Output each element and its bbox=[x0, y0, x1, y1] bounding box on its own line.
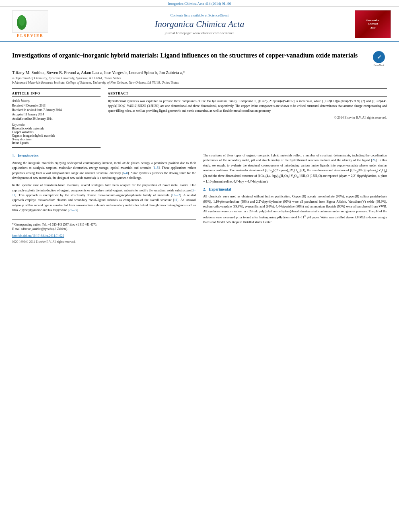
body-left-col: 1. Introduction Among the inorganic mate… bbox=[12, 153, 196, 244]
affiliation-2: b Advanced Materials Research Institute,… bbox=[12, 81, 387, 84]
keyword-2: Copper vanadates bbox=[12, 130, 101, 134]
crossmark-label: CrossMark bbox=[374, 64, 385, 66]
ref-9-11[interactable]: 9–11 bbox=[12, 189, 196, 197]
intro-right-paragraph-1: The structures of these types of organic… bbox=[203, 153, 387, 184]
date-revised: Received in revised form 7 January 2014 bbox=[12, 108, 101, 112]
keyword-5: Imine ligands bbox=[12, 141, 101, 145]
article-info-box: ARTICLE INFO Article history: Received 4… bbox=[12, 88, 101, 148]
intro-number: 1. bbox=[12, 154, 15, 158]
article-title-section: Investigations of organic–inorganic hybr… bbox=[12, 46, 387, 70]
crossmark-icon: ✓ bbox=[373, 51, 385, 63]
experimental-title: Experimental bbox=[209, 187, 231, 191]
elsevier-tree-logo bbox=[12, 10, 48, 33]
journal-citation-text: Inorganica Chimica Acta 414 (2014) 91–96 bbox=[168, 2, 231, 6]
keyword-4: X-ray structures bbox=[12, 138, 101, 141]
authors-section: Tiffany M. Smith a, Steven R. Freund a, … bbox=[12, 70, 387, 75]
doi-anchor[interactable]: http://dx.doi.org/10.1016/j.ica.2014.01.… bbox=[12, 234, 64, 238]
keywords-section: Keywords: Bimetallic oxide materials Cop… bbox=[12, 123, 101, 145]
ica-journal-thumbnail: InorganicaChimicaActa bbox=[355, 10, 391, 38]
ref-11b[interactable]: 11 bbox=[174, 198, 177, 202]
abstract-text: Hydrothermal synthesis was exploited to … bbox=[108, 99, 387, 113]
date-received: Received 4 December 2013 bbox=[12, 104, 101, 107]
ref-26[interactable]: 26 bbox=[372, 158, 376, 162]
abstract-box: ABSTRACT Hydrothermal synthesis was expl… bbox=[108, 88, 387, 119]
journal-title: Inorganica Chimica Acta bbox=[52, 19, 347, 29]
article-info-heading: ARTICLE INFO bbox=[12, 92, 101, 97]
paper-content: Investigations of organic–inorganic hybr… bbox=[0, 42, 399, 249]
abstract-heading: ABSTRACT bbox=[108, 92, 387, 97]
elsevier-logo-container: ELSEVIER bbox=[8, 10, 52, 38]
sciencedirect-availability: Contents lists available at ScienceDirec… bbox=[52, 13, 347, 17]
journal-citation-header: Inorganica Chimica Acta 414 (2014) 91–96 bbox=[0, 0, 399, 7]
experimental-section-title: 2. Experimental bbox=[203, 187, 387, 193]
abstract-copyright: © 2014 Elsevier B.V. All rights reserved… bbox=[108, 116, 387, 119]
body-right-col: The structures of these types of organic… bbox=[203, 153, 387, 244]
article-info-col: ARTICLE INFO Article history: Received 4… bbox=[12, 88, 101, 148]
ref-12-22[interactable]: 12–22 bbox=[172, 193, 180, 197]
ref-6-8[interactable]: 6–8 bbox=[123, 171, 128, 175]
history-label: Article history: bbox=[12, 99, 101, 103]
doi-link[interactable]: http://dx.doi.org/10.1016/j.ica.2014.01.… bbox=[12, 234, 196, 238]
intro-title: Introduction bbox=[18, 154, 39, 158]
keyword-3: Organic–inorganic hybrid materials bbox=[12, 134, 101, 138]
date-accepted: Accepted 11 January 2014 bbox=[12, 113, 101, 116]
footer-notes-section: * Corresponding author. Tel.: +1 315 443… bbox=[12, 220, 196, 244]
svg-point-2 bbox=[19, 15, 25, 26]
keyword-1: Bimetallic oxide materials bbox=[12, 127, 101, 130]
affiliations: a Department of Chemistry, Syracuse Univ… bbox=[12, 76, 387, 84]
intro-section-title: 1. Introduction bbox=[12, 153, 196, 159]
elsevier-brand-text: ELSEVIER bbox=[17, 33, 44, 38]
experimental-text: All chemicals were used as obtained with… bbox=[203, 194, 387, 225]
email-note: E-mail address: jazubiet@syr.edu (J. Zub… bbox=[12, 227, 196, 231]
body-two-col: 1. Introduction Among the inorganic mate… bbox=[12, 153, 387, 244]
journal-title-center: Contents lists available at ScienceDirec… bbox=[52, 13, 347, 35]
body-content: 1. Introduction Among the inorganic mate… bbox=[12, 153, 387, 244]
affiliation-1: a Department of Chemistry, Syracuse Univ… bbox=[12, 76, 387, 80]
keywords-label: Keywords: bbox=[12, 123, 101, 127]
article-info-abstract-row: ARTICLE INFO Article history: Received 4… bbox=[12, 88, 387, 148]
date-online: Available online 29 January 2014 bbox=[12, 117, 101, 121]
footer-copyright: 0020-1693/© 2014 Elsevier B.V. All right… bbox=[12, 240, 196, 244]
corresponding-author-note: * Corresponding author. Tel.: +1 315 443… bbox=[12, 222, 196, 227]
crossmark-container[interactable]: ✓ CrossMark bbox=[371, 51, 387, 67]
elsevier-logo: ELSEVIER bbox=[8, 10, 52, 38]
ica-thumbnail-container: InorganicaChimicaActa bbox=[347, 10, 391, 38]
intro-paragraph-2: In the specific case of vanadium-based m… bbox=[12, 183, 196, 213]
ref-23-25[interactable]: 23–25 bbox=[69, 208, 77, 212]
abstract-col: ABSTRACT Hydrothermal synthesis was expl… bbox=[108, 88, 387, 148]
journal-homepage: journal homepage: www.elsevier.com/locat… bbox=[52, 31, 347, 35]
intro-paragraph-1: Among the inorganic materials enjoying w… bbox=[12, 161, 196, 181]
experimental-number: 2. bbox=[203, 187, 206, 191]
ref-1-5[interactable]: 1–5 bbox=[154, 166, 158, 170]
sciencedirect-link[interactable]: ScienceDirect bbox=[208, 13, 228, 17]
article-title: Investigations of organic–inorganic hybr… bbox=[12, 51, 371, 60]
authors-list: Tiffany M. Smith a, Steven R. Freund a, … bbox=[12, 70, 185, 75]
ica-thumb-title: InorganicaChimicaActa bbox=[366, 18, 379, 29]
journal-header: ELSEVIER Contents lists available at Sci… bbox=[0, 7, 399, 42]
